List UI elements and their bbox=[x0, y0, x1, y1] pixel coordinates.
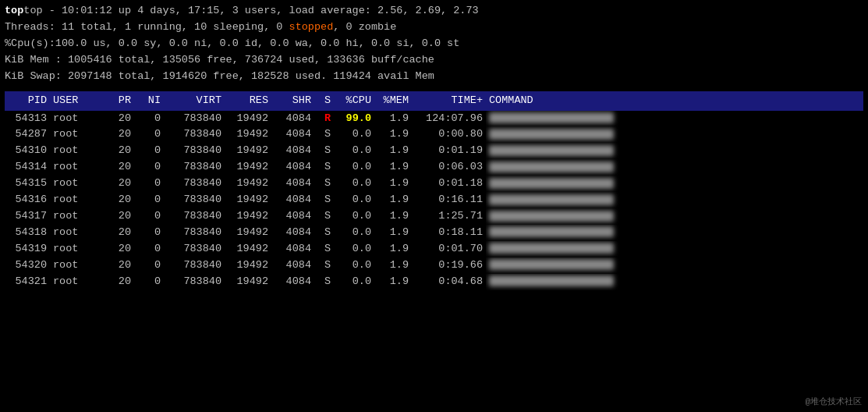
cell-cmd bbox=[486, 143, 626, 159]
header-line1: toptop - 10:01:12 up 4 days, 17:15, 3 us… bbox=[5, 3, 863, 20]
header-line4: KiB Mem : 1005416 total, 135056 free, 73… bbox=[5, 52, 863, 69]
col-header-cmd: COMMAND bbox=[486, 93, 626, 109]
header-line2-pre: Threads: 11 total, 1 running, 10 sleepin… bbox=[5, 21, 289, 33]
cell-ni: 0 bbox=[134, 143, 164, 159]
cell-s: S bbox=[314, 176, 334, 192]
cell-res: 19492 bbox=[225, 159, 271, 176]
cell-s: S bbox=[314, 241, 334, 258]
col-header-user: USER bbox=[50, 93, 105, 109]
cell-ni: 0 bbox=[134, 111, 164, 127]
table-row: 54313root200783840194924084R99.01.9124:0… bbox=[5, 111, 863, 127]
cell-shr: 4084 bbox=[271, 192, 314, 208]
terminal-wrapper: toptop - 10:01:12 up 4 days, 17:15, 3 us… bbox=[0, 0, 868, 412]
cell-ni: 0 bbox=[134, 208, 164, 225]
cell-time: 0:18.11 bbox=[412, 225, 486, 241]
cell-virt: 783840 bbox=[164, 274, 225, 290]
cell-cpu: 0.0 bbox=[334, 208, 374, 225]
cell-ni: 0 bbox=[134, 126, 164, 143]
header-line2: Threads: 11 total, 1 running, 10 sleepin… bbox=[5, 20, 863, 36]
cell-pid: 54318 bbox=[5, 225, 50, 241]
cell-res: 19492 bbox=[225, 208, 271, 225]
cell-cmd bbox=[486, 258, 626, 274]
cell-time: 0:01.19 bbox=[412, 143, 486, 159]
cell-user: root bbox=[50, 192, 105, 208]
cell-ni: 0 bbox=[134, 159, 164, 176]
table-row: 54317root200783840194924084S0.01.91:25.7… bbox=[5, 208, 863, 225]
col-header-time: TIME+ bbox=[412, 93, 486, 109]
cell-time: 0:16.11 bbox=[412, 192, 486, 208]
cell-cpu: 0.0 bbox=[334, 159, 374, 176]
cell-shr: 4084 bbox=[271, 126, 314, 143]
cell-time: 0:00.80 bbox=[412, 126, 486, 143]
cell-cpu: 0.0 bbox=[334, 241, 374, 258]
cell-mem: 1.9 bbox=[374, 241, 412, 258]
cell-mem: 1.9 bbox=[374, 208, 412, 225]
cell-shr: 4084 bbox=[271, 274, 314, 290]
cell-shr: 4084 bbox=[271, 111, 314, 127]
cell-pid: 54314 bbox=[5, 159, 50, 176]
cell-cpu: 0.0 bbox=[334, 192, 374, 208]
cell-mem: 1.9 bbox=[374, 258, 412, 274]
cell-pr: 20 bbox=[105, 258, 134, 274]
cell-mem: 1.9 bbox=[374, 176, 412, 192]
cell-shr: 4084 bbox=[271, 258, 314, 274]
process-table: PID USER PR NI VIRT RES SHR S %CPU %MEM … bbox=[5, 91, 863, 290]
cell-virt: 783840 bbox=[164, 111, 225, 127]
cell-cpu: 0.0 bbox=[334, 176, 374, 192]
cell-mem: 1.9 bbox=[374, 274, 412, 290]
cell-cmd bbox=[486, 111, 626, 127]
cell-s: S bbox=[314, 159, 334, 176]
header-line1-rest: top - 10:01:12 up 4 days, 17:15, 3 users… bbox=[23, 5, 478, 16]
cell-shr: 4084 bbox=[271, 176, 314, 192]
cell-user: root bbox=[50, 208, 105, 225]
cell-pid: 54320 bbox=[5, 258, 50, 274]
cell-time: 0:01.70 bbox=[412, 241, 486, 258]
cell-cpu: 0.0 bbox=[334, 274, 374, 290]
cell-user: root bbox=[50, 176, 105, 192]
cell-ni: 0 bbox=[134, 241, 164, 258]
cell-virt: 783840 bbox=[164, 208, 225, 225]
table-row: 54314root200783840194924084S0.01.90:06.0… bbox=[5, 159, 863, 176]
cell-res: 19492 bbox=[225, 192, 271, 208]
cell-user: root bbox=[50, 111, 105, 127]
cell-cpu: 0.0 bbox=[334, 126, 374, 143]
cell-time: 0:04.68 bbox=[412, 274, 486, 290]
cell-mem: 1.9 bbox=[374, 143, 412, 159]
header-line2-post: , 0 zombie bbox=[333, 21, 396, 33]
cell-cpu: 0.0 bbox=[334, 225, 374, 241]
cell-res: 19492 bbox=[225, 143, 271, 159]
cell-user: root bbox=[50, 274, 105, 290]
top-label: top bbox=[5, 5, 23, 16]
cell-ni: 0 bbox=[134, 258, 164, 274]
cell-pr: 20 bbox=[105, 159, 134, 176]
cell-pid: 54310 bbox=[5, 143, 50, 159]
cell-time: 124:07.96 bbox=[412, 111, 486, 127]
terminal: toptop - 10:01:12 up 4 days, 17:15, 3 us… bbox=[0, 0, 868, 412]
cell-cmd bbox=[486, 126, 626, 143]
header-line3: %Cpu(s):100.0 us, 0.0 sy, 0.0 ni, 0.0 id… bbox=[5, 36, 863, 52]
col-header-shr: SHR bbox=[271, 93, 314, 109]
table-row: 54310root200783840194924084S0.01.90:01.1… bbox=[5, 143, 863, 159]
cell-s: S bbox=[314, 258, 334, 274]
cell-res: 19492 bbox=[225, 225, 271, 241]
cell-time: 0:06.03 bbox=[412, 159, 486, 176]
cell-pr: 20 bbox=[105, 143, 134, 159]
col-header-ni: NI bbox=[134, 93, 164, 109]
cell-res: 19492 bbox=[225, 274, 271, 290]
cell-res: 19492 bbox=[225, 111, 271, 127]
cell-shr: 4084 bbox=[271, 225, 314, 241]
cell-cmd bbox=[486, 274, 626, 290]
cell-virt: 783840 bbox=[164, 126, 225, 143]
cell-user: root bbox=[50, 241, 105, 258]
cell-cmd bbox=[486, 208, 626, 225]
cell-pid: 54313 bbox=[5, 111, 50, 127]
cell-time: 0:19.66 bbox=[412, 258, 486, 274]
cell-user: root bbox=[50, 225, 105, 241]
cell-s: S bbox=[314, 143, 334, 159]
cell-virt: 783840 bbox=[164, 192, 225, 208]
cell-pr: 20 bbox=[105, 176, 134, 192]
cell-virt: 783840 bbox=[164, 258, 225, 274]
col-header-pr: PR bbox=[105, 93, 134, 109]
cell-pr: 20 bbox=[105, 192, 134, 208]
cell-cmd bbox=[486, 241, 626, 258]
